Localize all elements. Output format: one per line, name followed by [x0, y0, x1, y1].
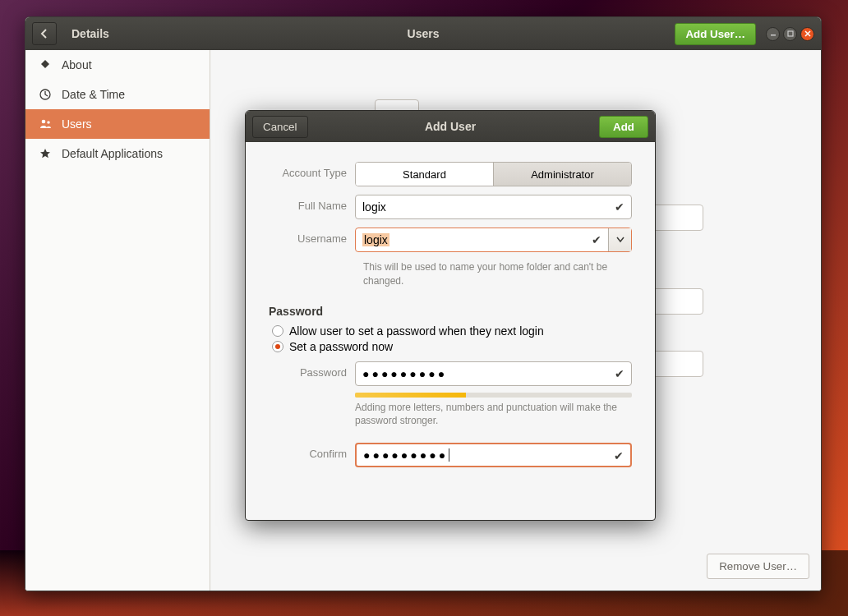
add-user-button[interactable]: Add User… — [675, 23, 756, 45]
svg-rect-0 — [771, 34, 776, 36]
close-icon — [804, 30, 811, 37]
sidebar-item-label: Default Applications — [62, 147, 163, 160]
sidebar-item-default-applications[interactable]: Default Applications — [25, 139, 210, 168]
text-cursor — [449, 448, 449, 462]
password-input[interactable]: ●●●●●●●●● ✔ — [355, 361, 632, 386]
window-close-button[interactable] — [800, 27, 814, 41]
password-section-title: Password — [269, 305, 632, 318]
window-minimize-button[interactable] — [766, 27, 780, 41]
check-icon: ✔ — [615, 367, 624, 380]
cancel-button[interactable]: Cancel — [252, 116, 308, 138]
password-value: ●●●●●●●●● — [362, 367, 447, 380]
sidebar-item-users[interactable]: Users — [25, 109, 210, 139]
full-name-value: logix — [362, 200, 386, 214]
chevron-down-icon — [616, 237, 624, 243]
radio-icon — [272, 341, 283, 352]
radio-label: Set a password now — [289, 340, 393, 353]
window-titlebar: Details Users Add User… — [25, 17, 821, 50]
minimize-icon — [770, 30, 777, 37]
sidebar-item-datetime[interactable]: Date & Time — [25, 80, 210, 109]
sidebar-item-about[interactable]: About — [25, 50, 210, 80]
password-strength-meter — [355, 393, 632, 398]
chevron-left-icon — [40, 29, 48, 39]
check-icon: ✔ — [592, 233, 601, 246]
password-label: Password — [269, 361, 355, 379]
sidebar: About Date & Time Users Default Applicat… — [25, 50, 210, 591]
confirm-label: Confirm — [269, 443, 355, 460]
header-title: Users — [408, 27, 440, 40]
add-user-dialog: Cancel Add User Add Account Type Standar… — [245, 110, 656, 521]
check-icon: ✔ — [615, 200, 624, 214]
sidebar-item-label: Date & Time — [62, 88, 125, 101]
window-maximize-button[interactable] — [783, 27, 797, 41]
dialog-titlebar: Cancel Add User Add — [246, 111, 655, 142]
full-name-label: Full Name — [269, 195, 355, 212]
star-icon — [39, 148, 52, 159]
users-icon — [39, 118, 52, 130]
account-type-administrator[interactable]: Administrator — [494, 163, 631, 186]
header-back-label: Details — [71, 27, 109, 40]
clock-icon — [39, 89, 52, 100]
username-input[interactable]: logix ✔ — [355, 228, 632, 252]
check-icon: ✔ — [614, 449, 624, 462]
username-value: logix — [362, 233, 389, 246]
account-type-standard[interactable]: Standard — [356, 163, 494, 186]
svg-point-3 — [41, 120, 45, 124]
back-button[interactable] — [32, 22, 57, 45]
plus-icon — [39, 59, 52, 71]
radio-allow-later[interactable]: Allow user to set a password when they n… — [272, 324, 632, 338]
account-type-toggle[interactable]: Standard Administrator — [355, 162, 632, 186]
username-label: Username — [269, 228, 355, 245]
radio-label: Allow user to set a password when they n… — [289, 324, 544, 338]
confirm-password-input[interactable]: ●●●●●●●●● ✔ — [355, 443, 632, 467]
add-button[interactable]: Add — [599, 116, 648, 138]
radio-set-now[interactable]: Set a password now — [272, 340, 632, 353]
username-dropdown-button[interactable] — [608, 228, 631, 251]
full-name-input[interactable]: logix ✔ — [355, 195, 632, 219]
password-strength-help: Adding more letters, numbers and punctua… — [355, 401, 632, 429]
sidebar-item-label: About — [62, 58, 92, 71]
username-help-text: This will be used to name your home fold… — [363, 260, 618, 288]
sidebar-item-label: Users — [62, 117, 92, 131]
svg-rect-1 — [788, 31, 793, 36]
remove-user-button[interactable]: Remove User… — [707, 554, 809, 579]
dialog-title: Add User — [425, 120, 476, 133]
maximize-icon — [787, 30, 794, 37]
account-type-label: Account Type — [269, 162, 355, 179]
radio-icon — [272, 325, 283, 337]
confirm-value: ●●●●●●●●● — [363, 448, 448, 462]
svg-point-4 — [47, 121, 50, 124]
